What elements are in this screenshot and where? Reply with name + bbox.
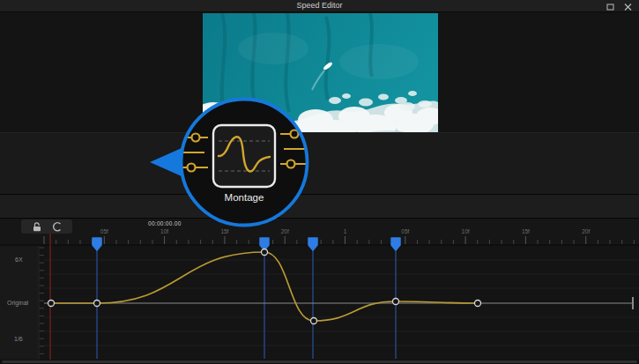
ruler-label: 15f: [522, 228, 530, 234]
timeline-graph[interactable]: 05f10f15f20f105f10f15f20f: [0, 219, 639, 364]
curve-control-point[interactable]: [48, 301, 55, 307]
ruler-label: 15f: [220, 228, 228, 234]
ruler-label: 20f: [582, 228, 590, 234]
preset-strip: Change Voice Pitch ConstantCustomMontage…: [0, 132, 639, 194]
axis-label-bottom: 1/6: [14, 336, 23, 342]
axis-label-original: Original: [7, 300, 28, 306]
scrollbar-thumb[interactable]: [2, 360, 637, 363]
window-title: Speed Editor: [0, 1, 639, 10]
lock-icon[interactable]: [31, 221, 43, 232]
curve-control-point[interactable]: [475, 301, 481, 307]
timeline-tools: [21, 219, 72, 234]
ruler-label: 05f: [401, 228, 409, 234]
curve-control-point[interactable]: [393, 299, 399, 305]
curve-control-point[interactable]: [94, 301, 100, 307]
maximize-icon: [606, 4, 614, 11]
maximize-button[interactable]: [604, 2, 616, 11]
speed-editor-window: Speed Editor: [0, 0, 639, 364]
curve-control-point[interactable]: [262, 249, 268, 256]
ocean-aerial-frame: [203, 13, 438, 145]
close-icon: [624, 4, 632, 11]
ruler-label: 10f: [160, 228, 168, 234]
ruler-label: 20f: [281, 228, 289, 234]
titlebar: Speed Editor: [0, 0, 639, 12]
ruler-label: 05f: [100, 228, 108, 234]
toolbar: Undo Redo Reset Next Add Point: [0, 194, 639, 219]
ruler-label: 10f: [462, 228, 470, 234]
ruler-label: 1: [344, 228, 347, 234]
close-button[interactable]: [621, 2, 634, 11]
video-preview: [203, 13, 438, 145]
curve-control-point[interactable]: [311, 318, 317, 324]
timecode: 00:00:00.00: [148, 220, 182, 227]
curve-mode-icon[interactable]: [51, 221, 63, 232]
axis-label-top: 6X: [15, 256, 23, 263]
